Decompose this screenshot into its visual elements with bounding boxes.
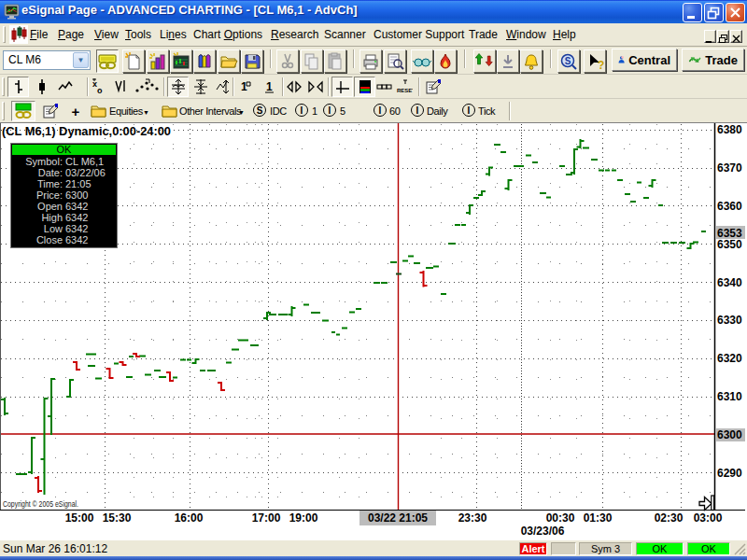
svg-text:17:00: 17:00 (252, 511, 281, 525)
svg-text:16:00: 16:00 (175, 511, 204, 525)
svg-text:1: 1 (266, 80, 273, 93)
svg-text:(CL M6,1) Dynamic,0:00-24:00: (CL M6,1) Dynamic,0:00-24:00 (2, 124, 171, 138)
svg-text:6370: 6370 (717, 161, 742, 175)
svg-text:6340: 6340 (717, 276, 742, 289)
svg-text:15:00: 15:00 (65, 511, 94, 525)
svg-text:23:30: 23:30 (458, 511, 487, 525)
svg-text:?: ? (598, 59, 604, 71)
svg-text:6353: 6353 (717, 227, 742, 240)
svg-text:02:30: 02:30 (655, 511, 684, 525)
svg-text:Copyright © 2005 eSignal.: Copyright © 2005 eSignal. (3, 499, 78, 509)
svg-text:6330: 6330 (717, 314, 742, 327)
svg-text:03/23/06: 03/23/06 (521, 525, 565, 538)
svg-text:6290: 6290 (717, 467, 742, 480)
svg-text:03/22 21:05: 03/22 21:05 (368, 511, 428, 525)
svg-text:15:30: 15:30 (103, 511, 132, 525)
svg-text:S: S (565, 56, 571, 66)
svg-text:01:30: 01:30 (584, 511, 613, 525)
svg-text:19:00: 19:00 (289, 511, 318, 525)
svg-text:6360: 6360 (717, 200, 742, 213)
svg-text:6320: 6320 (717, 352, 742, 365)
svg-text:o: o (97, 86, 103, 95)
svg-text:6300: 6300 (717, 428, 742, 441)
svg-text:6350: 6350 (717, 238, 742, 251)
svg-text:RESET: RESET (397, 88, 413, 93)
svg-text:03:00: 03:00 (694, 511, 723, 525)
svg-text:6310: 6310 (717, 390, 742, 403)
svg-text:00:30: 00:30 (546, 511, 575, 525)
svg-text:6380: 6380 (717, 123, 742, 136)
